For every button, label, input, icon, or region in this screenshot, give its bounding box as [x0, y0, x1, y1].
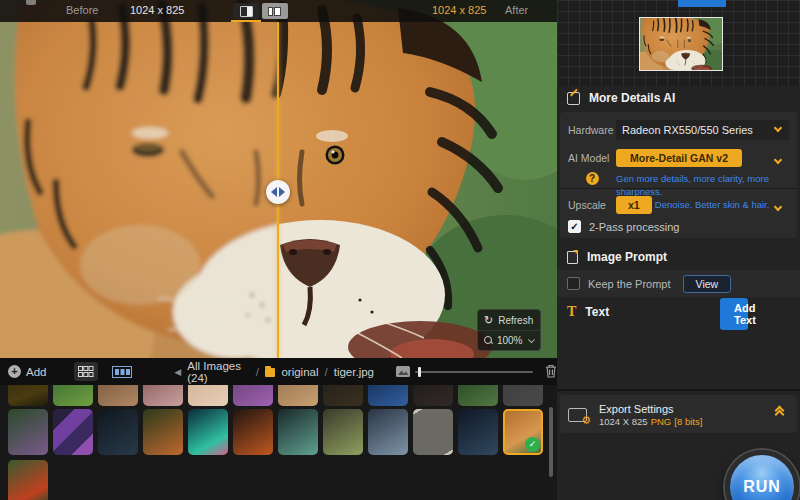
thumb-purple-flowers[interactable]: [233, 385, 273, 406]
zoom-level: 100%: [497, 335, 523, 346]
thumb-man-orange[interactable]: [233, 409, 273, 455]
viewer-top-bar: Before 1024 x 825 1024 x 825 After: [0, 0, 557, 22]
thumb-mountains[interactable]: [368, 409, 408, 455]
keep-prompt-checkbox[interactable]: [567, 277, 580, 290]
thumb-parrot[interactable]: [8, 460, 48, 500]
add-button[interactable]: + Add: [8, 365, 46, 378]
run-button[interactable]: RUN: [725, 450, 799, 500]
breadcrumb-folder[interactable]: original: [281, 366, 318, 378]
split-view-button[interactable]: [233, 3, 259, 19]
grid-view-icon: [78, 366, 94, 378]
grid-view-button[interactable]: [74, 362, 98, 381]
thumb-woman[interactable]: [188, 385, 228, 406]
chevron-down-icon[interactable]: [774, 156, 782, 164]
before-label: Before: [66, 4, 98, 16]
hardware-select[interactable]: Radeon RX550/550 Series: [616, 120, 789, 140]
image-gallery: ✓: [0, 385, 557, 500]
collapse-chevrons-icon[interactable]: [776, 407, 783, 415]
navigator-thumbnail[interactable]: [639, 17, 723, 71]
gallery-toolbar: + Add ◀ All Images (24) / original / tig…: [0, 358, 557, 385]
navigator-checker-area: [557, 0, 800, 86]
gear-icon: ⚙: [581, 414, 591, 427]
breadcrumb: ◀ All Images (24) / original / tiger.jpg: [174, 360, 374, 384]
thumb-frog[interactable]: [53, 385, 93, 406]
breadcrumb-file[interactable]: tiger.jpg: [334, 366, 374, 378]
thumb-ui-screenshot[interactable]: [98, 409, 138, 455]
navigator-tiger-image: [640, 18, 722, 70]
settings-panel: More Details AI Hardware Radeon RX550/55…: [557, 0, 800, 500]
panel-divider: [557, 389, 800, 391]
two-pass-row: ✓ 2-Pass processing: [568, 220, 789, 233]
before-dimensions: 1024 x 825: [130, 4, 184, 16]
divider-left-arrow-icon: [271, 187, 277, 197]
compare-divider-handle[interactable]: [266, 180, 290, 204]
breadcrumb-separator: /: [256, 366, 259, 378]
help-icon[interactable]: ?: [586, 172, 599, 185]
export-settings-card[interactable]: ⚙ Export Settings 1024 X 825 PNG [8 bits…: [560, 395, 797, 433]
thumb-jungle[interactable]: [143, 409, 183, 455]
back-arrow-icon[interactable]: ◀: [174, 367, 181, 377]
collapsed-button-partial[interactable]: [678, 0, 726, 7]
thumb-neon-jellyfish[interactable]: [188, 409, 228, 455]
thumb-dark-scene[interactable]: [413, 385, 453, 406]
thumbnail-size-slider[interactable]: [396, 366, 533, 377]
text-title: Text: [585, 305, 609, 319]
thumb-rural[interactable]: [323, 409, 363, 455]
thumb-flower-dark[interactable]: [8, 385, 48, 406]
refresh-icon: ↻: [484, 314, 493, 327]
image-size-icon: [396, 366, 410, 377]
window-partial-icon: [26, 0, 36, 5]
thumb-dark-fantasy[interactable]: [458, 409, 498, 455]
slider-knob[interactable]: [418, 367, 421, 377]
filmstrip-view-button[interactable]: [110, 362, 134, 381]
zoom-control[interactable]: 100%: [478, 330, 540, 350]
thumb-headdress[interactable]: [8, 409, 48, 455]
thumb-grey[interactable]: [503, 385, 543, 406]
viewer-controls: ↻ Refresh 100%: [477, 309, 541, 351]
thumb-portrait[interactable]: [143, 385, 183, 406]
chevron-down-icon[interactable]: [774, 203, 782, 211]
more-details-ai-header: More Details AI: [567, 91, 675, 105]
add-text-button[interactable]: Add Text: [720, 298, 748, 330]
gallery-scrollbar[interactable]: [549, 407, 553, 477]
refresh-label: Refresh: [498, 315, 533, 326]
ai-model-desc-line1: Gen more details, more clarity, more sha…: [616, 173, 769, 197]
selected-check-icon: ✓: [525, 437, 540, 452]
more-details-card: Hardware Radeon RX550/550 Series AI Mode…: [560, 112, 797, 238]
thumb-cake[interactable]: [98, 385, 138, 406]
thumb-frog-bowl[interactable]: [458, 385, 498, 406]
after-label: After: [505, 4, 528, 16]
breadcrumb-all-images[interactable]: All Images (24): [187, 360, 250, 384]
add-label: Add: [26, 366, 46, 378]
filmstrip-view-icon: [112, 366, 132, 378]
ai-model-row: AI Model More-Detail GAN v2: [568, 149, 789, 167]
breadcrumb-separator: /: [325, 366, 328, 378]
thumb-gem-grid[interactable]: [53, 409, 93, 455]
side-by-side-view-button[interactable]: [262, 3, 288, 19]
ai-model-select[interactable]: More-Detail GAN v2: [616, 149, 742, 167]
chevron-down-icon: [774, 124, 782, 132]
keep-prompt-row: Keep the Prompt View: [557, 270, 800, 297]
thumb-dark-animal[interactable]: [323, 385, 363, 406]
zoom-chevron-icon: [528, 336, 535, 343]
thumb-hamster[interactable]: [278, 385, 318, 406]
thumb-moth-jewels[interactable]: [278, 409, 318, 455]
gallery-row: [8, 385, 543, 406]
view-button[interactable]: View: [683, 275, 732, 293]
delete-button[interactable]: [545, 364, 557, 380]
hardware-label: Hardware: [568, 124, 616, 136]
trash-icon: [545, 364, 557, 378]
thumb-blue-jellyfish[interactable]: [368, 385, 408, 406]
export-dimensions: 1024 X 825: [599, 416, 648, 427]
upscale-select[interactable]: x1: [616, 196, 652, 214]
thumb-tiger-selected[interactable]: ✓: [503, 409, 543, 455]
refresh-button[interactable]: ↻ Refresh: [478, 310, 540, 330]
hardware-row: Hardware Radeon RX550/550 Series: [568, 120, 789, 140]
export-bits: [8 bits]: [674, 416, 702, 427]
slider-track[interactable]: [415, 371, 533, 373]
two-pass-checkbox[interactable]: ✓: [568, 220, 581, 233]
divider-right-arrow-icon: [279, 187, 285, 197]
document-icon: [567, 251, 578, 264]
thumb-framed-photo[interactable]: [413, 409, 453, 455]
upscale-label: Upscale: [568, 199, 616, 211]
